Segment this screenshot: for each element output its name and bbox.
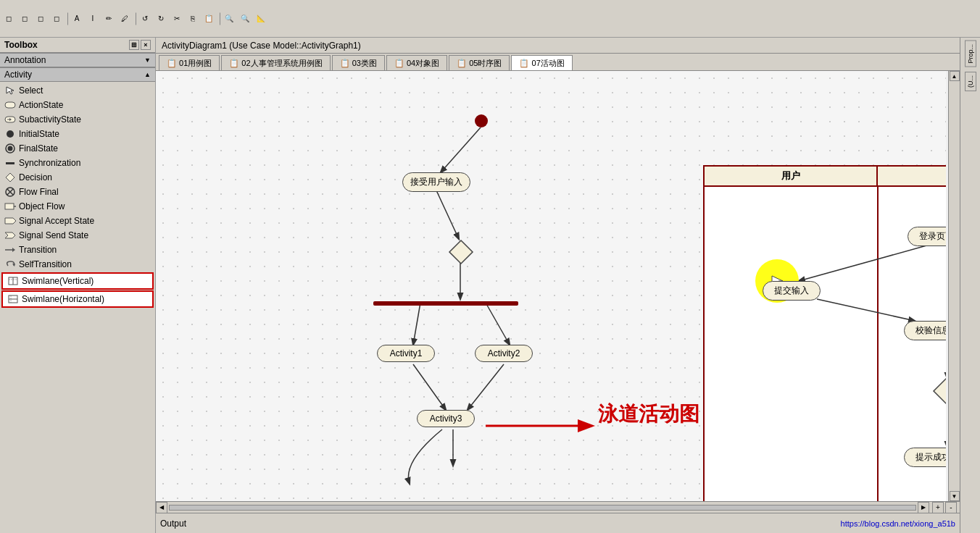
toolbar-btn-6[interactable]: I	[86, 12, 100, 26]
hscroll-track[interactable]	[169, 505, 916, 511]
toolbox-section-annotation-header[interactable]: Annotation ▼	[0, 53, 155, 67]
decision-1[interactable]	[448, 239, 474, 265]
toolbar-btn-12[interactable]: ⎘	[186, 12, 200, 26]
toolbox-items-list: Select ActionState Subacti	[0, 82, 155, 310]
swimlane-login[interactable]: 登录页面	[908, 227, 946, 246]
svg-marker-0	[7, 87, 14, 94]
toolbar-btn-2[interactable]: ◻	[17, 12, 32, 26]
toolbox-item-swimlane-h[interactable]: Swimlane(Horizontal)	[1, 290, 154, 308]
toolbox-item-signalsend[interactable]: Signal Send State	[0, 228, 155, 243]
toolbar-btn-13[interactable]: 📋	[202, 12, 216, 26]
toolbox-item-actionstate[interactable]: ActionState	[0, 98, 155, 112]
toolbox-item-swimlane-v-label: Swimlane(Vertical)	[22, 276, 94, 286]
sync-bar-1[interactable]	[373, 301, 518, 306]
svg-line-43	[817, 299, 915, 321]
toolbar-btn-10[interactable]: ↻	[154, 12, 168, 26]
diagram-canvas: 接受用户输入 Activity1 Activity2 Activity3	[156, 71, 946, 501]
toolbox-panel: Toolbox ⊞ × Annotation ▼ Activity ▲	[0, 38, 156, 533]
toolbar-btn-1[interactable]: ◻	[1, 12, 16, 26]
toolbox-item-subactivitystate-label: SubactivityState	[19, 114, 81, 125]
signalsend-icon	[4, 230, 16, 241]
toolbar-icons: ◻ ◻ ◻ ◻ A I ✏ 🖊 ↺ ↻ ✂ ⎘ 📋 🔍 🔍 📐	[1, 12, 268, 26]
tab-1[interactable]: 📋 01用例图	[159, 55, 220, 70]
tab-4[interactable]: 📋 04对象图	[386, 55, 447, 70]
action-recv[interactable]: 接受用户输入	[402, 172, 470, 192]
toolbox-pin-btn[interactable]: ⊞	[129, 40, 139, 50]
swimlane-verify[interactable]: 校验信息	[904, 321, 946, 340]
toolbar-btn-14[interactable]: 🔍	[222, 12, 236, 26]
swimlane-success[interactable]: 提示成功	[904, 448, 946, 467]
toolbox-item-subactivitystate[interactable]: SubactivityState	[0, 112, 155, 127]
tab-3-label: 📋 03类图	[340, 58, 377, 69]
toolbar-btn-3[interactable]: ◻	[33, 12, 48, 26]
canvas-vscrollbar[interactable]: ▲ ▼	[948, 71, 960, 501]
toolbar-btn-9[interactable]: ↺	[138, 12, 152, 26]
toolbox-item-synchronization[interactable]: Synchronization	[0, 156, 155, 170]
svg-line-32	[468, 364, 504, 410]
toolbox-item-initialstate[interactable]: InitialState	[0, 127, 155, 141]
toolbox-section-activity: Activity ▲ Select	[0, 67, 155, 310]
action-activity3[interactable]: Activity3	[417, 410, 475, 427]
action-activity1[interactable]: Activity1	[377, 345, 435, 362]
toolbox-section-activity-arrow: ▲	[144, 71, 151, 78]
vscroll-down-btn[interactable]: ▼	[950, 491, 960, 501]
svg-rect-1	[5, 102, 15, 108]
toolbox-item-objectflow[interactable]: Object Flow	[0, 199, 155, 214]
svg-line-27	[436, 190, 459, 239]
toolbox-item-actionstate-label: ActionState	[19, 100, 63, 110]
svg-point-7	[8, 146, 13, 151]
tab-5[interactable]: 📋 05时序图	[449, 55, 510, 70]
diagram-canvas-area[interactable]: 接受用户输入 Activity1 Activity2 Activity3	[156, 71, 948, 501]
tab-5-label: 📋 05时序图	[457, 58, 502, 69]
tab-2[interactable]: 📋 02人事管理系统用例图	[221, 55, 330, 70]
hscroll-right-btn[interactable]: ▶	[918, 502, 929, 513]
tab-1-label: 📋 01用例图	[167, 58, 212, 69]
toolbox-item-selftransition[interactable]: SelfTransition	[0, 257, 155, 272]
toolbox-item-decision-label: Decision	[19, 172, 52, 182]
tab-6[interactable]: 📋 07活动图	[511, 55, 572, 70]
swimlane-submit[interactable]: 提交输入	[763, 281, 821, 301]
toolbar-btn-16[interactable]: 📐	[254, 12, 268, 26]
toolbox-section-annotation-arrow: ▼	[144, 56, 151, 64]
svg-line-31	[413, 364, 446, 410]
toolbox-section-activity-header[interactable]: Activity ▲	[0, 67, 155, 82]
toolbox-item-signalaccept[interactable]: Signal Accept State	[0, 214, 155, 228]
toolbox-close-btn[interactable]: ×	[141, 40, 151, 50]
toolbar: ◻ ◻ ◻ ◻ A I ✏ 🖊 ↺ ↻ ✂ ⎘ 📋 🔍 🔍 📐	[0, 0, 980, 38]
toolbox-item-flowfinal[interactable]: Flow Final	[0, 185, 155, 199]
toolbar-btn-15[interactable]: 🔍	[238, 12, 252, 26]
action-activity2[interactable]: Activity2	[475, 345, 533, 362]
select-icon	[4, 85, 16, 96]
vscroll-up-btn[interactable]: ▲	[950, 71, 960, 81]
canvas-hscrollbar[interactable]: ◀ ▶ + -	[156, 501, 960, 513]
transition-icon	[4, 244, 16, 256]
toolbox-item-decision[interactable]: Decision	[0, 170, 155, 185]
content-area: ActivityDiagram1 (Use Case Model::Activi…	[156, 38, 960, 533]
toolbox-item-select[interactable]: Select	[0, 83, 155, 98]
toolbar-btn-5[interactable]: A	[70, 12, 84, 26]
toolbar-btn-8[interactable]: 🖊	[117, 12, 132, 26]
toolbox-item-synchronization-label: Synchronization	[19, 158, 80, 168]
toolbar-btn-7[interactable]: ✏	[101, 12, 116, 26]
finalstate-icon	[4, 143, 16, 154]
toolbox-section-activity-label: Activity	[4, 70, 32, 80]
hscroll-left-btn[interactable]: ◀	[156, 502, 167, 513]
toolbox-item-swimlane-v[interactable]: Swimlane(Vertical)	[1, 272, 154, 290]
toolbar-separator-2	[133, 12, 136, 25]
swimlane-container[interactable]: 用户 系统	[703, 165, 946, 501]
right-panel-model-tab[interactable]: (U...	[965, 72, 976, 91]
tab-3[interactable]: 📋 03类图	[332, 55, 385, 70]
toolbox-item-flowfinal-label: Flow Final	[19, 187, 59, 197]
toolbar-btn-4[interactable]: ◻	[49, 12, 64, 26]
zoom-out-btn[interactable]: -	[945, 502, 957, 513]
toolbox-header-actions: ⊞ ×	[129, 40, 151, 50]
toolbar-btn-11[interactable]: ✂	[170, 12, 184, 26]
toolbox-item-finalstate[interactable]: FinalState	[0, 141, 155, 156]
swimlane-decision[interactable]	[932, 377, 946, 406]
output-url: https://blog.csdn.net/xiong_a51b	[841, 519, 955, 528]
right-panel-properties-tab[interactable]: Prop...	[965, 41, 976, 67]
toolbox-item-transition[interactable]: Transition	[0, 243, 155, 257]
toolbox-header: Toolbox ⊞ ×	[0, 38, 155, 53]
synchronization-icon	[4, 157, 16, 169]
zoom-in-btn[interactable]: +	[932, 502, 944, 513]
